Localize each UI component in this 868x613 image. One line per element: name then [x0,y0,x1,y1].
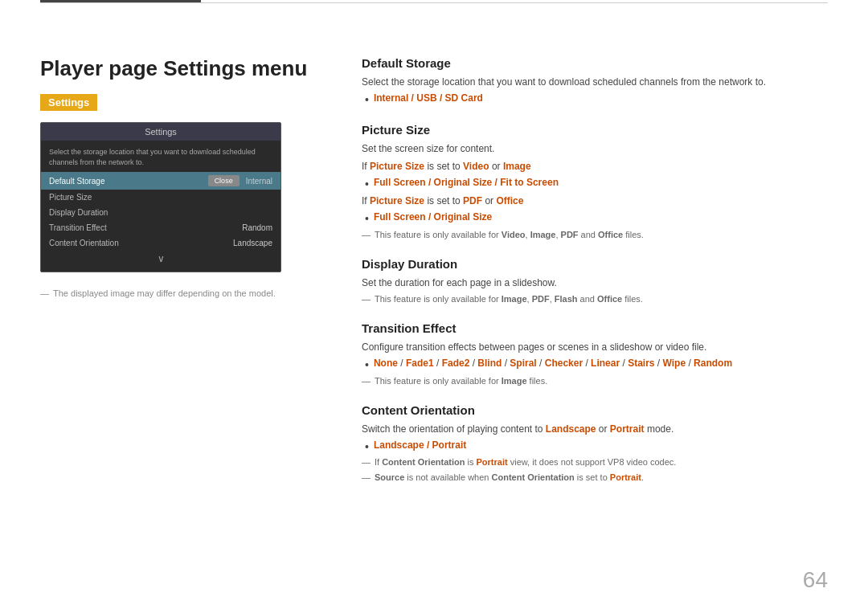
note-picture-size: — This feature is only available for Vid… [362,229,828,241]
bullet-picture-size-pdf: • Full Screen / Original Size [365,211,828,226]
note-content-orientation-2: — Source is not available when Content O… [362,472,828,484]
mockup-row-transition-effect[interactable]: Transition Effect Random [41,220,280,235]
mockup-row-picture-size[interactable]: Picture Size [41,190,280,205]
bullet-dot: • [365,358,369,372]
section-title-default-storage: Default Storage [362,56,828,70]
bullet-dot: • [365,92,369,107]
note-dash: — [362,456,371,468]
note-text-picture-size: This feature is only available for Video… [375,229,644,241]
section-default-storage: Default Storage Select the storage locat… [362,56,828,107]
disclaimer-text: The displayed image may differ depending… [53,288,276,298]
mockup-row-label: Default Storage [49,177,208,186]
mockup-close-button[interactable]: Close [208,175,240,186]
mockup-row-label: Transition Effect [49,223,242,232]
video-image-options: Full Screen / Original Size / Fit to Scr… [374,177,559,188]
note-transition-effect: — This feature is only available for Ima… [362,375,828,387]
pdf-office-options: Full Screen / Original Size [374,211,492,223]
section-picture-size: Picture Size Set the screen size for con… [362,123,828,241]
mockup-row-label: Picture Size [49,193,272,202]
mockup-description: Select the storage location that you wan… [41,145,280,172]
mockup-row-value: Random [242,223,272,232]
note-text-display-duration: This feature is only available for Image… [375,293,643,305]
note-text-transition-effect: This feature is only available for Image… [375,375,547,387]
mockup-title: Settings [41,123,280,141]
note-content-orientation-1: — If Content Orientation is Portrait vie… [362,456,828,468]
mockup-row-value: Landscape [233,239,272,247]
note-text-orientation-1: If Content Orientation is Portrait view,… [375,456,676,468]
mockup-chevron: ∨ [41,251,280,267]
settings-badge: Settings [40,94,97,111]
bullet-content-orientation: • Landscape / Portrait [365,439,828,454]
note-text-orientation-2: Source is not available when Content Ori… [375,472,644,484]
transition-options: None / Fade1 / Fade2 / Blind / Spiral / … [374,358,732,369]
section-title-picture-size: Picture Size [362,123,828,137]
mockup-row-default-storage[interactable]: Default Storage Close Internal [41,172,280,190]
video-label: Video [463,161,489,172]
section-desc-default-storage: Select the storage location that you wan… [362,75,828,89]
disclaimer-dash: — [40,288,49,298]
bullet-dot: • [365,177,369,191]
note-dash: — [362,229,371,241]
bullet-dot: • [365,439,369,454]
office-label: Office [496,195,523,206]
mockup-row-value: Internal [246,177,272,186]
settings-mockup: Settings Select the storage location tha… [40,122,281,272]
note-dash: — [362,293,371,305]
page-number: 64 [803,567,828,593]
portrait-label: Portrait [610,423,645,435]
image-label1: Image [503,161,531,172]
mockup-row-label: Content Orientation [49,239,233,247]
bullet-picture-size-video: • Full Screen / Original Size / Fit to S… [365,177,828,191]
landscape-label: Landscape [546,423,596,435]
section-desc-display-duration: Set the duration for each page in a slid… [362,276,828,290]
note-display-duration: — This feature is only available for Ima… [362,293,828,305]
bullet-transition-effect: • None / Fade1 / Fade2 / Blind / Spiral … [365,358,828,372]
section-desc-content-orientation: Switch the orientation of playing conten… [362,422,828,436]
bullet-dot: • [365,211,369,226]
mockup-row-display-duration[interactable]: Display Duration [41,205,280,220]
note-dash: — [362,472,371,484]
orientation-options: Landscape / Portrait [374,439,466,451]
section-title-display-duration: Display Duration [362,257,828,271]
pdf-label: PDF [463,195,482,206]
disclaimer: — The displayed image may differ dependi… [40,288,330,298]
section-display-duration: Display Duration Set the duration for ea… [362,257,828,305]
mockup-row-content-orientation[interactable]: Content Orientation Landscape [41,235,280,251]
bullet-text-default-storage: Internal / USB / SD Card [374,92,483,104]
section-transition-effect: Transition Effect Configure transition e… [362,321,828,387]
section-content-orientation: Content Orientation Switch the orientati… [362,403,828,484]
picture-size-if-pdf: If Picture Size is set to PDF or Office [362,194,828,208]
right-column: Default Storage Select the storage locat… [362,48,828,500]
section-desc-transition-effect: Configure transition effects between pag… [362,340,828,354]
section-title-content-orientation: Content Orientation [362,403,828,417]
note-dash: — [362,375,371,387]
section-desc-picture-size: Set the screen size for content. [362,141,828,156]
bullet-default-storage: • Internal / USB / SD Card [365,92,828,107]
section-title-transition-effect: Transition Effect [362,321,828,335]
picture-size-label2: Picture Size [370,195,424,206]
left-column: Player page Settings menu Settings Setti… [40,48,330,500]
picture-size-if-video: If Picture Size is set to Video or Image [362,159,828,174]
page-title: Player page Settings menu [40,56,330,81]
mockup-row-label: Display Duration [49,208,272,217]
picture-size-label1: Picture Size [370,161,424,172]
